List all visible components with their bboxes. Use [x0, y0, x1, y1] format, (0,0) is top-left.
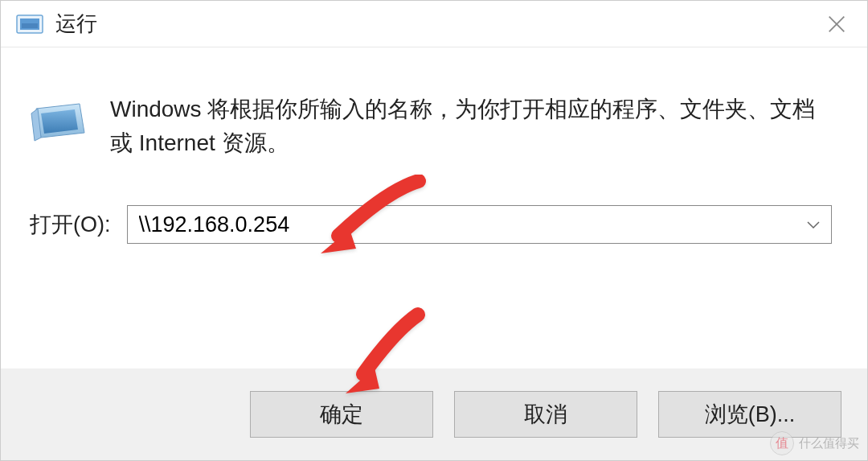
- titlebar: 运行: [1, 1, 867, 47]
- window-title: 运行: [55, 10, 97, 38]
- open-label: 打开(O):: [30, 210, 111, 239]
- watermark-text: 什么值得买: [799, 436, 859, 451]
- close-button[interactable]: [822, 12, 851, 36]
- close-icon: [825, 13, 848, 35]
- dropdown-button[interactable]: [796, 206, 831, 243]
- content-area: Windows 将根据你所输入的名称，为你打开相应的程序、文件夹、文档或 Int…: [1, 47, 867, 368]
- watermark-badge: 值: [770, 431, 794, 455]
- open-combobox[interactable]: [127, 205, 833, 244]
- input-row: 打开(O):: [30, 205, 832, 244]
- run-large-icon: [30, 97, 86, 144]
- run-dialog-window: 运行: [0, 0, 868, 461]
- description-row: Windows 将根据你所输入的名称，为你打开相应的程序、文件夹、文档或 Int…: [30, 93, 832, 160]
- open-input[interactable]: [128, 212, 796, 237]
- chevron-down-icon: [806, 220, 821, 229]
- svg-rect-2: [22, 23, 38, 28]
- cancel-button[interactable]: 取消: [454, 391, 637, 438]
- ok-button[interactable]: 确定: [250, 391, 433, 438]
- run-icon: [15, 12, 44, 36]
- button-bar: 确定 取消 浏览(B)...: [1, 368, 867, 460]
- description-text: Windows 将根据你所输入的名称，为你打开相应的程序、文件夹、文档或 Int…: [110, 93, 832, 160]
- watermark: 值 什么值得买: [770, 431, 859, 455]
